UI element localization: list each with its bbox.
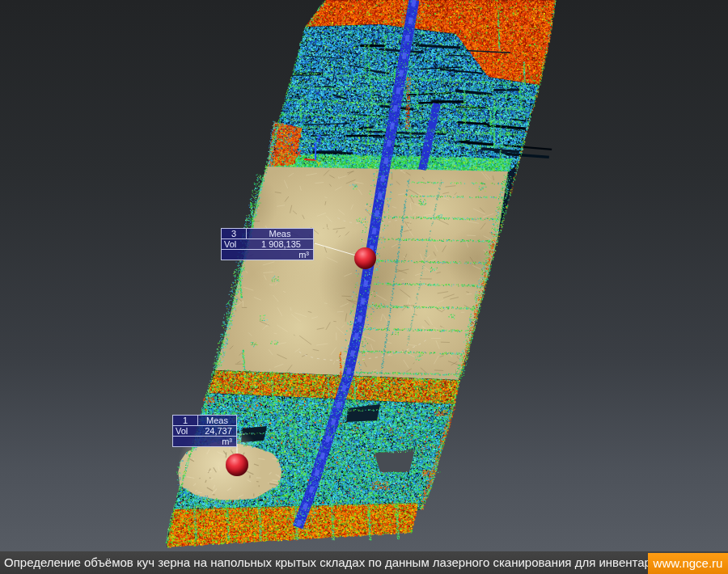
- measurement-unit: m³: [222, 250, 313, 260]
- measurement-field: Vol: [222, 239, 249, 249]
- label-header-row: 1 Meas: [172, 415, 237, 426]
- label-value-row: Vol 24,737: [172, 425, 237, 437]
- label-unit-row: m³: [221, 249, 314, 260]
- measurement-source: Meas: [198, 416, 236, 425]
- axis-y-label: Y: [316, 160, 321, 168]
- measurement-id: 3: [222, 229, 247, 238]
- measurement-label-1[interactable]: 1 Meas Vol 24,737 m³: [172, 415, 237, 447]
- caption-text: Определение объёмов куч зерна на напольн…: [4, 551, 691, 574]
- measurement-point-3[interactable]: [354, 247, 376, 269]
- label-value-row: Vol 1 908,135: [221, 238, 314, 250]
- website-badge[interactable]: www.ngce.ru: [648, 553, 728, 574]
- measurement-label-3[interactable]: 3 Meas Vol 1 908,135 m³: [221, 228, 314, 260]
- measurement-source: Meas: [247, 229, 313, 238]
- axis-z-label: Z: [316, 135, 321, 143]
- measurement-id: 1: [173, 416, 198, 425]
- label-unit-row: m³: [172, 436, 237, 447]
- measurement-value: 24,737: [201, 426, 236, 436]
- label-header-row: 3 Meas: [221, 228, 314, 239]
- measurement-point-1[interactable]: [226, 454, 248, 476]
- measurement-field: Vol: [173, 426, 201, 436]
- axis-x-label: X: [296, 150, 302, 158]
- measurement-value: 1 908,135: [249, 239, 313, 249]
- caption-bar: Определение объёмов куч зерна на напольн…: [0, 551, 728, 574]
- measurement-unit: m³: [173, 437, 236, 446]
- point-cloud-viewport[interactable]: [0, 0, 728, 551]
